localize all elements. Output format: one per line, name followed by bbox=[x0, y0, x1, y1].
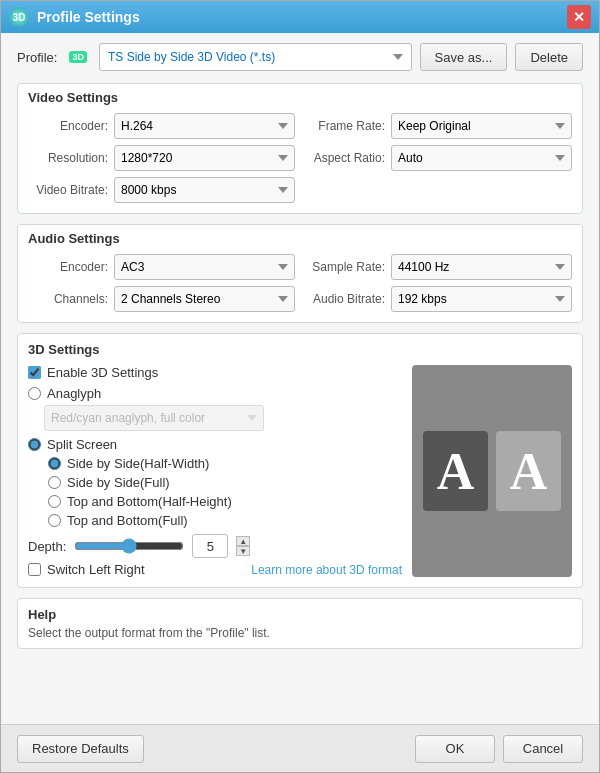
3d-preview: A A bbox=[412, 365, 572, 577]
top-bottom-half-label[interactable]: Top and Bottom(Half-Height) bbox=[67, 494, 232, 509]
top-bottom-half-radio[interactable] bbox=[48, 495, 61, 508]
enable-3d-checkbox[interactable] bbox=[28, 366, 41, 379]
channels-label: Channels: bbox=[28, 292, 108, 306]
video-bitrate-select[interactable]: 8000 kbps bbox=[114, 177, 295, 203]
3d-settings-title: 3D Settings bbox=[28, 342, 572, 357]
split-screen-radio-row: Split Screen bbox=[28, 437, 402, 452]
delete-button[interactable]: Delete bbox=[515, 43, 583, 71]
sample-rate-label: Sample Rate: bbox=[305, 260, 385, 274]
depth-slider[interactable] bbox=[74, 538, 184, 554]
aspect-ratio-row: Aspect Ratio: Auto bbox=[305, 145, 572, 171]
top-bottom-full-row: Top and Bottom(Full) bbox=[48, 513, 402, 528]
switch-lr-row: Switch Left Right Learn more about 3D fo… bbox=[28, 562, 402, 577]
sample-rate-row: Sample Rate: 44100 Hz bbox=[305, 254, 572, 280]
audio-encoder-row: Encoder: AC3 bbox=[28, 254, 295, 280]
depth-label: Depth: bbox=[28, 539, 66, 554]
video-settings-title: Video Settings bbox=[28, 90, 572, 105]
help-text: Select the output format from the "Profi… bbox=[28, 626, 572, 640]
side-by-side-half-row: Side by Side(Half-Width) bbox=[48, 456, 402, 471]
app-icon: 3D bbox=[9, 7, 29, 27]
3d-settings-section: 3D Settings Enable 3D Settings Anaglyph bbox=[17, 333, 583, 588]
encoder-row: Encoder: H.264 bbox=[28, 113, 295, 139]
window-title: Profile Settings bbox=[37, 9, 567, 25]
footer: Restore Defaults OK Cancel bbox=[1, 724, 599, 772]
encoder-select[interactable]: H.264 bbox=[114, 113, 295, 139]
audio-bitrate-select[interactable]: 192 kbps bbox=[391, 286, 572, 312]
split-screen-label[interactable]: Split Screen bbox=[47, 437, 117, 452]
side-by-side-half-label[interactable]: Side by Side(Half-Width) bbox=[67, 456, 209, 471]
switch-lr-checkbox[interactable] bbox=[28, 563, 41, 576]
preview-letters: A A bbox=[423, 431, 561, 511]
anaglyph-radio[interactable] bbox=[28, 387, 41, 400]
content-area: Profile: 3D TS Side by Side 3D Video (*.… bbox=[1, 33, 599, 724]
anaglyph-radio-row: Anaglyph bbox=[28, 386, 402, 401]
profile-row: Profile: 3D TS Side by Side 3D Video (*.… bbox=[17, 43, 583, 71]
channels-row: Channels: 2 Channels Stereo bbox=[28, 286, 295, 312]
audio-settings-section: Audio Settings Encoder: AC3 Sample Rate:… bbox=[17, 224, 583, 323]
audio-settings-grid: Encoder: AC3 Sample Rate: 44100 Hz Chann… bbox=[28, 254, 572, 312]
title-bar: 3D Profile Settings ✕ bbox=[1, 1, 599, 33]
enable-3d-row: Enable 3D Settings bbox=[28, 365, 402, 380]
channels-select[interactable]: 2 Channels Stereo bbox=[114, 286, 295, 312]
preview-letter-right: A bbox=[496, 431, 561, 511]
footer-right: OK Cancel bbox=[415, 735, 583, 763]
close-button[interactable]: ✕ bbox=[567, 5, 591, 29]
audio-encoder-label: Encoder: bbox=[28, 260, 108, 274]
profile-label: Profile: bbox=[17, 50, 57, 65]
encoder-label: Encoder: bbox=[28, 119, 108, 133]
side-by-side-full-radio[interactable] bbox=[48, 476, 61, 489]
resolution-label: Resolution: bbox=[28, 151, 108, 165]
frame-rate-select[interactable]: Keep Original bbox=[391, 113, 572, 139]
help-section: Help Select the output format from the "… bbox=[17, 598, 583, 649]
switch-lr-label[interactable]: Switch Left Right bbox=[47, 562, 145, 577]
side-by-side-half-radio[interactable] bbox=[48, 457, 61, 470]
preview-letter-left: A bbox=[423, 431, 488, 511]
anaglyph-select: Red/cyan anaglyph, full color bbox=[44, 405, 264, 431]
depth-value: 5 bbox=[192, 534, 228, 558]
top-bottom-half-row: Top and Bottom(Half-Height) bbox=[48, 494, 402, 509]
restore-defaults-button[interactable]: Restore Defaults bbox=[17, 735, 144, 763]
top-bottom-full-label[interactable]: Top and Bottom(Full) bbox=[67, 513, 188, 528]
audio-bitrate-row: Audio Bitrate: 192 kbps bbox=[305, 286, 572, 312]
enable-3d-label[interactable]: Enable 3D Settings bbox=[47, 365, 158, 380]
depth-spinner: ▲ ▼ bbox=[236, 536, 250, 556]
audio-bitrate-label: Audio Bitrate: bbox=[305, 292, 385, 306]
depth-row: Depth: 5 ▲ ▼ bbox=[28, 534, 402, 558]
aspect-ratio-select[interactable]: Auto bbox=[391, 145, 572, 171]
anaglyph-select-row: Red/cyan anaglyph, full color bbox=[44, 405, 402, 431]
split-screen-radio[interactable] bbox=[28, 438, 41, 451]
profile-settings-window: 3D Profile Settings ✕ Profile: 3D TS Sid… bbox=[0, 0, 600, 773]
3d-settings-inner: Enable 3D Settings Anaglyph Red/cyan ana… bbox=[28, 365, 572, 577]
3d-settings-left: Enable 3D Settings Anaglyph Red/cyan ana… bbox=[28, 365, 402, 577]
ok-button[interactable]: OK bbox=[415, 735, 495, 763]
save-as-button[interactable]: Save as... bbox=[420, 43, 508, 71]
help-title: Help bbox=[28, 607, 572, 622]
audio-settings-title: Audio Settings bbox=[28, 231, 572, 246]
depth-down-arrow[interactable]: ▼ bbox=[236, 546, 250, 556]
profile-select[interactable]: TS Side by Side 3D Video (*.ts) bbox=[99, 43, 412, 71]
video-bitrate-row: Video Bitrate: 8000 kbps bbox=[28, 177, 295, 203]
depth-up-arrow[interactable]: ▲ bbox=[236, 536, 250, 546]
resolution-select[interactable]: 1280*720 bbox=[114, 145, 295, 171]
aspect-ratio-label: Aspect Ratio: bbox=[305, 151, 385, 165]
top-bottom-full-radio[interactable] bbox=[48, 514, 61, 527]
switch-lr-checkbox-row: Switch Left Right bbox=[28, 562, 145, 577]
side-by-side-full-row: Side by Side(Full) bbox=[48, 475, 402, 490]
video-settings-grid: Encoder: H.264 Frame Rate: Keep Original… bbox=[28, 113, 572, 203]
split-screen-options: Side by Side(Half-Width) Side by Side(Fu… bbox=[48, 456, 402, 528]
profile-icon: 3D bbox=[69, 51, 87, 63]
frame-rate-label: Frame Rate: bbox=[305, 119, 385, 133]
anaglyph-label[interactable]: Anaglyph bbox=[47, 386, 101, 401]
video-settings-section: Video Settings Encoder: H.264 Frame Rate… bbox=[17, 83, 583, 214]
side-by-side-full-label[interactable]: Side by Side(Full) bbox=[67, 475, 170, 490]
learn-more-link[interactable]: Learn more about 3D format bbox=[251, 563, 402, 577]
resolution-row: Resolution: 1280*720 bbox=[28, 145, 295, 171]
sample-rate-select[interactable]: 44100 Hz bbox=[391, 254, 572, 280]
frame-rate-row: Frame Rate: Keep Original bbox=[305, 113, 572, 139]
audio-encoder-select[interactable]: AC3 bbox=[114, 254, 295, 280]
video-bitrate-label: Video Bitrate: bbox=[28, 183, 108, 197]
cancel-button[interactable]: Cancel bbox=[503, 735, 583, 763]
